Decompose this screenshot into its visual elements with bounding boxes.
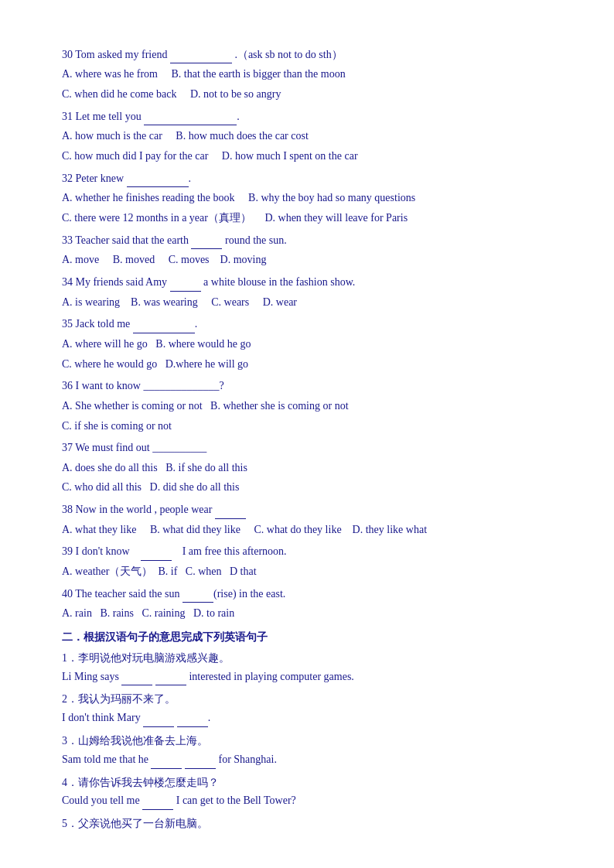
translation-item-2: 2．我认为玛丽不来了。 I don't think Mary . <box>62 690 552 727</box>
question-36-options-c: C. if she is coming or not <box>62 417 552 436</box>
question-37-options-cd: C. who did all this D. did she do all th… <box>62 478 552 497</box>
question-32: 32 Peter knew . A. whether he finishes r… <box>62 170 552 227</box>
question-37-stem: 37 We must find out __________ <box>62 439 552 456</box>
question-35-stem: 35 Jack told me . <box>62 316 552 333</box>
question-30-stem: 30 Tom asked my friend .（ask sb not to d… <box>62 46 552 63</box>
question-33-options: A. move B. moved C. moves D. moving <box>62 251 552 269</box>
question-31: 31 Let me tell you . A. how much is the … <box>62 108 552 166</box>
question-39: 39 I don't know I am free this afternoon… <box>62 543 552 580</box>
chinese-2: 2．我认为玛丽不来了。 <box>62 690 552 709</box>
translation-item-5: 5．父亲说他买了一台新电脑。 <box>62 815 552 833</box>
translation-item-3: 3．山姆给我说他准备去上海。 Sam told me that he for S… <box>62 732 552 769</box>
english-2: I don't think Mary . <box>62 709 552 727</box>
section-2-title: 二．根据汉语句子的意思完成下列英语句子 <box>62 630 552 644</box>
question-35-options-ab: A. where will he go B. where would he go <box>62 335 552 354</box>
question-39-options: A. weather（天气） B. if C. when D that <box>62 562 552 581</box>
question-39-stem: 39 I don't know I am free this afternoon… <box>62 543 552 560</box>
question-38: 38 Now in the world , people wear A. wha… <box>62 501 552 538</box>
question-30: 30 Tom asked my friend .（ask sb not to d… <box>62 46 552 104</box>
question-40-stem: 40 The teacher said the sun (rise) in th… <box>62 586 552 603</box>
questions-section: 30 Tom asked my friend .（ask sb not to d… <box>62 46 552 623</box>
chinese-3: 3．山姆给我说他准备去上海。 <box>62 732 552 750</box>
question-31-options-ab: A. how much is the car B. how much does … <box>62 127 552 145</box>
question-34-stem: 34 My friends said Amy a white blouse in… <box>62 274 552 291</box>
chinese-4: 4．请你告诉我去钟楼怎麼走吗？ <box>62 774 552 792</box>
question-31-options-cd: C. how much did I pay for the car D. how… <box>62 147 552 166</box>
translation-item-1: 1．李明说他对玩电脑游戏感兴趣。 Li Ming says interested… <box>62 649 552 686</box>
question-38-options: A. what they like B. what did they like … <box>62 521 552 539</box>
chinese-5: 5．父亲说他买了一台新电脑。 <box>62 815 552 833</box>
chinese-1: 1．李明说他对玩电脑游戏感兴趣。 <box>62 649 552 668</box>
question-37-options-ab: A. does she do all this B. if she do all… <box>62 459 552 477</box>
question-32-options-ab: A. whether he finishes reading the book … <box>62 189 552 207</box>
section-2: 二．根据汉语句子的意思完成下列英语句子 1．李明说他对玩电脑游戏感兴趣。 Li … <box>62 630 552 833</box>
question-37: 37 We must find out __________ A. does s… <box>62 439 552 497</box>
question-40: 40 The teacher said the sun (rise) in th… <box>62 586 552 623</box>
translation-item-4: 4．请你告诉我去钟楼怎麼走吗？ Could you tell me I can … <box>62 774 552 811</box>
question-40-options: A. rain B. rains C. raining D. to rain <box>62 604 552 623</box>
english-1: Li Ming says interested in playing compu… <box>62 668 552 686</box>
question-30-options-cd: C. when did he come back D. not to be so… <box>62 85 552 104</box>
question-36-stem: 36 I want to know ______________? <box>62 378 552 395</box>
question-34-options: A. is wearing B. was wearing C. wears D.… <box>62 293 552 312</box>
question-38-stem: 38 Now in the world , people wear <box>62 501 552 518</box>
question-32-options-cd: C. there were 12 months in a year（真理） D.… <box>62 209 552 227</box>
question-33: 33 Teacher said that the earth round the… <box>62 232 552 269</box>
question-35: 35 Jack told me . A. where will he go B.… <box>62 316 552 373</box>
question-36-options-ab: A. She whether is coming or not B. wheth… <box>62 397 552 415</box>
question-31-stem: 31 Let me tell you . <box>62 108 552 125</box>
question-30-options-ab: A. where was he from B. that the earth i… <box>62 65 552 84</box>
question-36: 36 I want to know ______________? A. She… <box>62 378 552 435</box>
question-34: 34 My friends said Amy a white blouse in… <box>62 274 552 311</box>
question-35-options-cd: C. where he would go D.where he will go <box>62 355 552 374</box>
english-4: Could you tell me I can get to the Bell … <box>62 791 552 810</box>
question-33-stem: 33 Teacher said that the earth round the… <box>62 232 552 249</box>
question-32-stem: 32 Peter knew . <box>62 170 552 187</box>
english-3: Sam told me that he for Shanghai. <box>62 750 552 769</box>
